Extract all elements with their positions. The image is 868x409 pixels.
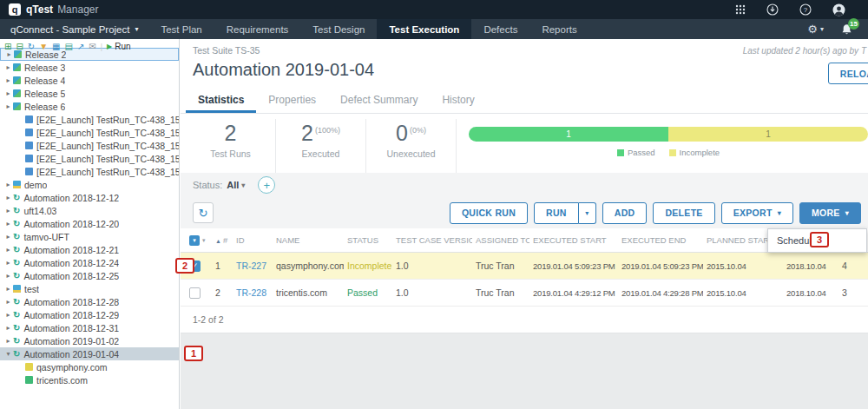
select-all-checkbox[interactable]: ▾ bbox=[189, 235, 200, 246]
test-run-icon bbox=[25, 155, 33, 162]
run-button[interactable]: ▶ Run bbox=[107, 42, 131, 51]
reload-button[interactable]: RELOAD bbox=[828, 63, 868, 84]
collapse-all-icon[interactable]: ⊟ bbox=[16, 43, 23, 51]
chevron-right-icon[interactable]: ▸ bbox=[3, 89, 13, 97]
tree-item-e2e-launch-testrun-tc-438-1544676127868[interactable]: [E2E_Launch] TestRun_TC-438_154467612786… bbox=[0, 139, 179, 152]
col-header-assigned-to[interactable]: ASSIGNED TO bbox=[472, 235, 529, 245]
tab-statistics[interactable]: Statistics bbox=[186, 84, 256, 113]
chevron-right-icon[interactable]: ▸ bbox=[3, 181, 13, 188]
col-header-executed-end[interactable]: EXECUTED END bbox=[618, 235, 703, 245]
col-header-test-case-version[interactable]: TEST CASE VERSION bbox=[392, 235, 472, 245]
settings-gear-icon[interactable]: ⚙▾ bbox=[807, 23, 824, 36]
col-header-extra[interactable]: ▲# bbox=[212, 235, 233, 245]
chevron-right-icon[interactable]: ▸ bbox=[3, 272, 13, 280]
tree-item-tricentis-com[interactable]: tricentis.com bbox=[0, 373, 179, 386]
tree-item-demo[interactable]: ▸demo bbox=[0, 178, 179, 191]
tab-defect-summary[interactable]: Defect Summary bbox=[328, 84, 430, 113]
tree-item-automation-2018-12-21[interactable]: ▸↻Automation 2018-12-21 bbox=[0, 243, 179, 256]
col-header-id[interactable]: ID bbox=[233, 235, 273, 245]
tree-item-automation-2019-01-04[interactable]: ▾↻Automation 2019-01-04 bbox=[0, 347, 179, 360]
run-dropdown-toggle[interactable]: ▾ bbox=[579, 202, 596, 224]
chevron-right-icon[interactable]: ▸ bbox=[3, 311, 13, 319]
tree-item-automation-2018-12-31[interactable]: ▸↻Automation 2018-12-31 bbox=[0, 321, 179, 334]
export-icon[interactable]: ↗ bbox=[77, 43, 84, 51]
nav-item-requirements[interactable]: Requirements bbox=[214, 19, 301, 39]
tree-item-tamvo-uft[interactable]: ▸↻tamvo-UFT bbox=[0, 230, 179, 243]
legend-incomplete: Incomplete bbox=[669, 148, 720, 157]
nav-item-defects[interactable]: Defects bbox=[471, 19, 529, 39]
nav-item-reports[interactable]: Reports bbox=[529, 19, 589, 39]
col-header-status[interactable]: STATUS bbox=[344, 235, 392, 245]
col-header-executed-start[interactable]: EXECUTED START bbox=[529, 235, 618, 245]
tree-item-automation-2019-01-02[interactable]: ▸↻Automation 2019-01-02 bbox=[0, 334, 179, 347]
chevron-right-icon[interactable]: ▸ bbox=[4, 50, 14, 58]
add-filter-button[interactable]: + bbox=[258, 176, 275, 194]
chevron-right-icon[interactable]: ▸ bbox=[3, 207, 13, 214]
tree-item-e2e-launch-testrun-tc-438-1544676127868[interactable]: [E2E_Launch] TestRun_TC-438_154467612786… bbox=[0, 126, 179, 139]
download-icon[interactable] bbox=[766, 3, 779, 16]
tree-item-e2e-launch-testrun-tc-438-1544676127868[interactable]: [E2E_Launch] TestRun_TC-438_154467612786… bbox=[0, 113, 179, 126]
chevron-right-icon[interactable]: ▸ bbox=[3, 246, 13, 254]
nav-item-test-execution[interactable]: Test Execution bbox=[377, 19, 471, 39]
pagination-summary: 1-2 of 2 bbox=[181, 307, 868, 333]
chevron-right-icon[interactable]: ▸ bbox=[3, 102, 13, 110]
refresh-grid-button[interactable]: ↻ bbox=[193, 202, 214, 223]
chevron-right-icon[interactable]: ▸ bbox=[3, 285, 13, 293]
more-button[interactable]: MORE▾ bbox=[799, 202, 861, 224]
tree-item-e2e-launch-testrun-tc-438-1544676127868[interactable]: [E2E_Launch] TestRun_TC-438_154467612786… bbox=[0, 152, 179, 165]
chevron-right-icon[interactable]: ▸ bbox=[3, 259, 13, 267]
mail-icon[interactable]: ✉ bbox=[89, 43, 95, 51]
nav-item-test-design[interactable]: Test Design bbox=[300, 19, 377, 39]
tree-item-label: [E2E_Launch] TestRun_TC-438_154467612786… bbox=[36, 141, 179, 151]
tree-item-label: [E2E_Launch] TestRun_TC-438_154467612786… bbox=[36, 167, 179, 177]
tree-item-release-5[interactable]: ▸Release 5 bbox=[0, 87, 179, 100]
add-button[interactable]: ADD bbox=[602, 202, 648, 224]
tab-history[interactable]: History bbox=[430, 84, 486, 113]
tree-item-test[interactable]: ▸test bbox=[0, 282, 179, 295]
chevron-down-icon: ▾ bbox=[241, 181, 245, 189]
tree-item-automation-2018-12-12[interactable]: ▸↻Automation 2018-12-12 bbox=[0, 191, 179, 204]
chevron-right-icon[interactable]: ▸ bbox=[3, 63, 13, 71]
chevron-down-icon[interactable]: ▾ bbox=[3, 350, 13, 358]
chevron-right-icon[interactable]: ▸ bbox=[3, 337, 13, 345]
nav-item-test-plan[interactable]: Test Plan bbox=[148, 19, 214, 39]
tree-item-automation-2018-12-28[interactable]: ▸↻Automation 2018-12-28 bbox=[0, 295, 179, 308]
tree-item-uft14-03[interactable]: ▸↻uft14.03 bbox=[0, 204, 179, 217]
help-icon[interactable]: ? bbox=[799, 3, 812, 16]
apps-grid-icon[interactable] bbox=[735, 4, 746, 15]
chevron-right-icon[interactable]: ▸ bbox=[3, 233, 13, 241]
chevron-right-icon[interactable]: ▸ bbox=[3, 194, 13, 201]
quick-run-button[interactable]: QUICK RUN bbox=[450, 202, 528, 224]
tree-item-release-6[interactable]: ▸Release 6 bbox=[0, 100, 179, 113]
status-filter-value[interactable]: All ▾ bbox=[227, 180, 245, 190]
test-run-row-tr-227[interactable]: ✓1TR-227qasymphony.comIncomplete1.0Truc … bbox=[181, 253, 868, 280]
test-run-row-tr-228[interactable]: 2TR-228tricentis.comPassed1.0Truc Tran20… bbox=[181, 280, 868, 307]
test-run-link[interactable]: TR-227 bbox=[236, 261, 266, 271]
chevron-right-icon[interactable]: ▸ bbox=[3, 324, 13, 332]
project-selector[interactable]: qConnect - Sample Project ▾ bbox=[0, 19, 148, 39]
tree-item-automation-2018-12-25[interactable]: ▸↻Automation 2018-12-25 bbox=[0, 269, 179, 282]
run-button[interactable]: RUN bbox=[534, 202, 579, 224]
row-checkbox[interactable] bbox=[189, 287, 201, 299]
user-avatar-icon[interactable] bbox=[832, 3, 845, 16]
tree-item-release-3[interactable]: ▸Release 3 bbox=[0, 61, 179, 74]
chevron-right-icon[interactable]: ▸ bbox=[3, 298, 13, 306]
col-header-name[interactable]: NAME bbox=[273, 235, 344, 245]
tree-item-automation-2018-12-29[interactable]: ▸↻Automation 2018-12-29 bbox=[0, 308, 179, 321]
tree-item-qasymphony-com[interactable]: qasymphony.com bbox=[0, 360, 179, 373]
export-button[interactable]: EXPORT▾ bbox=[721, 202, 793, 224]
expand-all-icon[interactable]: ⊞ bbox=[4, 43, 11, 51]
chevron-right-icon[interactable]: ▸ bbox=[3, 76, 13, 84]
delete-button[interactable]: DELETE bbox=[653, 202, 714, 224]
chevron-right-icon[interactable]: ▸ bbox=[3, 220, 13, 228]
statistics-panel: 2Test Runs2(100%)Executed0(0%)Unexecuted… bbox=[181, 114, 868, 173]
tree-item-e2e-launch-testrun-tc-438-1544676127868[interactable]: [E2E_Launch] TestRun_TC-438_154467612786… bbox=[0, 165, 179, 178]
tree-item-release-4[interactable]: ▸Release 4 bbox=[0, 74, 179, 87]
main-content: Test Suite TS-35 Automation 2019-01-04 L… bbox=[181, 39, 868, 409]
tab-properties[interactable]: Properties bbox=[256, 84, 328, 113]
tree-item-automation-2018-12-24[interactable]: ▸↻Automation 2018-12-24 bbox=[0, 256, 179, 269]
tree-item-automation-2018-12-20[interactable]: ▸↻Automation 2018-12-20 bbox=[0, 217, 179, 230]
test-run-link[interactable]: TR-228 bbox=[236, 287, 266, 298]
chevron-down-icon: ▾ bbox=[202, 237, 206, 244]
notification-bell-icon[interactable]: 15 bbox=[841, 23, 852, 36]
